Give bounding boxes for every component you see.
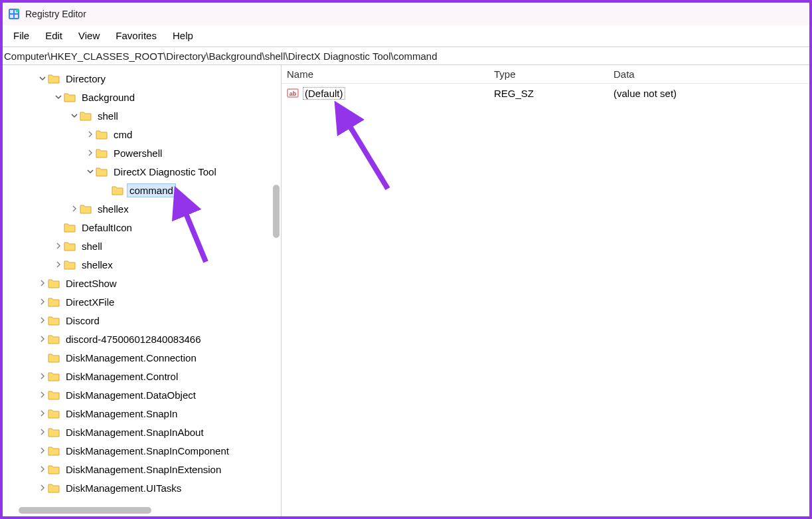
folder-icon	[48, 74, 60, 84]
chevron-right-icon[interactable]	[37, 427, 48, 437]
chevron-right-icon[interactable]	[53, 259, 64, 270]
address-bar[interactable]: Computer\HKEY_CLASSES_ROOT\Directory\Bac…	[3, 47, 809, 65]
tree-item-diskmgmt-uitasks[interactable]: DiskManagement.UITasks	[3, 478, 281, 497]
chevron-right-icon[interactable]	[37, 408, 48, 419]
folder-icon	[48, 334, 60, 344]
menu-file[interactable]: File	[5, 27, 37, 44]
value-row-default[interactable]: ab (Default) REG_SZ (value not set)	[282, 84, 809, 102]
tree-item-discord[interactable]: Discord	[3, 311, 281, 330]
tree-item-defaulticon[interactable]: DefaultIcon	[3, 218, 281, 237]
tree-label: DirectX Diagnostic Tool	[112, 165, 218, 178]
tree-item-diskmgmt-ctrl[interactable]: DiskManagement.Control	[3, 367, 281, 385]
svg-rect-1	[10, 10, 13, 13]
menu-edit[interactable]: Edit	[37, 27, 70, 44]
tree-label: DiskManagement.SnapInAbout	[64, 426, 206, 439]
tree-label: shellex	[96, 203, 131, 215]
tree-item-diskmgmt-snapin[interactable]: DiskManagement.SnapIn	[3, 404, 281, 423]
tree-item-shellex2[interactable]: shellex	[3, 255, 281, 274]
chevron-down-icon[interactable]	[69, 110, 80, 121]
chevron-right-icon[interactable]	[37, 371, 48, 381]
chevron-right-icon[interactable]	[37, 296, 48, 307]
tree-item-shellex[interactable]: shellex	[3, 199, 281, 218]
regedit-icon	[8, 8, 20, 20]
column-type[interactable]: Type	[494, 68, 613, 80]
tree-label: DirectShow	[64, 277, 119, 290]
address-text: Computer\HKEY_CLASSES_ROOT\Directory\Bac…	[4, 51, 438, 62]
chevron-right-icon[interactable]	[85, 148, 96, 158]
list-header: Name Type Data	[282, 65, 809, 84]
tree-item-powershell[interactable]: Powershell	[3, 144, 281, 162]
tree-item-directshow[interactable]: DirectShow	[3, 274, 281, 292]
tree-item-diskmgmt-dataobj[interactable]: DiskManagement.DataObject	[3, 385, 281, 404]
chevron-right-icon[interactable]	[37, 445, 48, 456]
menu-view[interactable]: View	[70, 27, 108, 44]
menu-help[interactable]: Help	[165, 27, 201, 44]
horizontal-scrollbar[interactable]	[19, 507, 151, 514]
tree-item-diskmgmt-snapincomp[interactable]: DiskManagement.SnapInComponent	[3, 441, 281, 460]
tree-item-directx-diag[interactable]: DirectX Diagnostic Tool	[3, 162, 281, 181]
tree-panel[interactable]: Directory Background shell cmd	[3, 65, 282, 516]
tree-label: DiskManagement.Connection	[64, 352, 199, 364]
tree-label: DirectXFile	[64, 296, 116, 308]
folder-icon	[96, 148, 108, 158]
folder-icon	[64, 241, 76, 251]
tree-label: command	[127, 184, 175, 197]
tree-label: shellex	[80, 259, 115, 271]
svg-rect-3	[10, 15, 13, 18]
column-data[interactable]: Data	[613, 68, 809, 80]
tree-item-diskmgmt-conn[interactable]: DiskManagement.Connection	[3, 348, 281, 367]
vertical-scrollbar[interactable]	[273, 185, 280, 238]
tree-label: DiskManagement.SnapInExtension	[64, 463, 223, 476]
tree-label: DiskManagement.DataObject	[64, 389, 198, 401]
chevron-right-icon[interactable]	[37, 315, 48, 326]
tree-item-background[interactable]: Background	[3, 88, 281, 106]
tree-item-command[interactable]: command	[3, 181, 281, 199]
folder-icon	[64, 92, 76, 102]
chevron-down-icon[interactable]	[53, 92, 64, 102]
folder-icon	[48, 316, 60, 326]
value-list-panel[interactable]: Name Type Data ab (Default) REG_SZ (valu…	[282, 65, 809, 516]
chevron-right-icon[interactable]	[37, 278, 48, 288]
column-name[interactable]: Name	[282, 68, 494, 80]
chevron-right-icon[interactable]	[37, 482, 48, 493]
tree-label: DiskManagement.UITasks	[64, 482, 183, 494]
folder-icon	[48, 390, 60, 400]
folder-icon	[48, 278, 60, 288]
svg-rect-4	[15, 15, 18, 18]
titlebar[interactable]: Registry Editor	[3, 3, 809, 25]
folder-icon	[48, 297, 60, 307]
menu-favorites[interactable]: Favorites	[108, 27, 165, 44]
chevron-right-icon[interactable]	[85, 129, 96, 140]
folder-icon	[112, 185, 123, 195]
chevron-down-icon[interactable]	[85, 166, 96, 177]
folder-icon	[48, 353, 60, 363]
tree-label: Background	[80, 91, 137, 104]
chevron-right-icon[interactable]	[37, 389, 48, 400]
content-area: Directory Background shell cmd	[3, 65, 809, 516]
registry-tree: Directory Background shell cmd	[3, 65, 281, 516]
tree-item-cmd[interactable]: cmd	[3, 125, 281, 144]
value-data: (value not set)	[613, 88, 809, 99]
tree-item-diskmgmt-snapinabout[interactable]: DiskManagement.SnapInAbout	[3, 423, 281, 441]
chevron-right-icon[interactable]	[37, 464, 48, 474]
folder-icon	[64, 223, 76, 233]
tree-label: Powershell	[112, 147, 164, 159]
folder-icon	[96, 130, 108, 140]
tree-item-discord-id[interactable]: discord-475006012840083466	[3, 330, 281, 348]
tree-label: DiskManagement.Control	[64, 370, 180, 383]
folder-icon	[48, 483, 60, 493]
chevron-right-icon[interactable]	[37, 334, 48, 344]
tree-item-shell[interactable]: shell	[3, 106, 281, 125]
tree-label: discord-475006012840083466	[64, 333, 203, 346]
tree-item-shell2[interactable]: shell	[3, 237, 281, 255]
chevron-right-icon[interactable]	[53, 241, 64, 251]
chevron-down-icon[interactable]	[37, 73, 48, 84]
chevron-right-icon[interactable]	[69, 203, 80, 214]
folder-icon	[64, 260, 76, 270]
tree-item-diskmgmt-snapinext[interactable]: DiskManagement.SnapInExtension	[3, 460, 281, 478]
tree-item-directory[interactable]: Directory	[3, 69, 281, 88]
string-value-icon: ab	[287, 87, 299, 99]
value-type: REG_SZ	[494, 88, 613, 99]
tree-item-directxfile[interactable]: DirectXFile	[3, 292, 281, 311]
menubar: File Edit View Favorites Help	[3, 25, 809, 47]
